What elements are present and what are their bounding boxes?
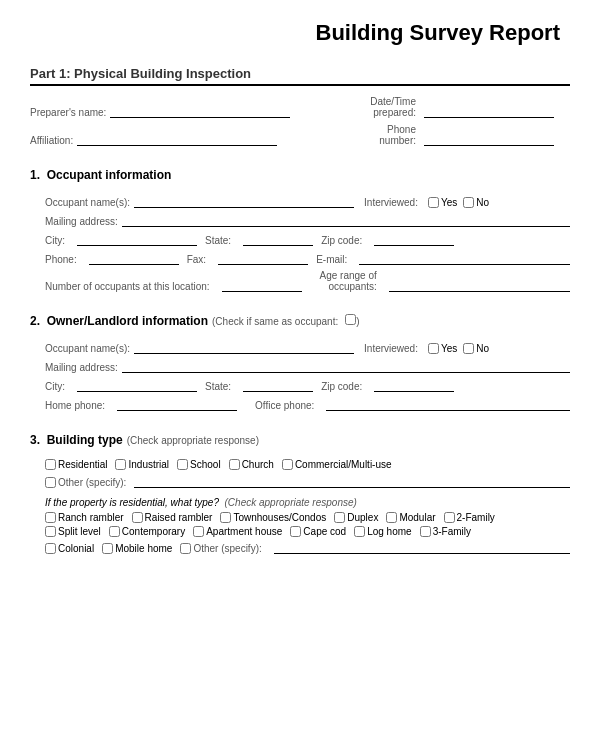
res-other[interactable]: Other (specify): xyxy=(180,543,265,554)
interviewed2-yes[interactable]: Yes xyxy=(428,343,457,354)
zip-code2-input[interactable] xyxy=(374,378,454,392)
res-duplex[interactable]: Duplex xyxy=(334,512,378,523)
res-split-level[interactable]: Split level xyxy=(45,526,101,537)
occupants-label: occupants: xyxy=(328,281,376,292)
type-school[interactable]: School xyxy=(177,459,221,470)
phone-label-top: Phone xyxy=(360,124,416,135)
part1-header: Part 1: Physical Building Inspection xyxy=(30,66,570,86)
mailing-address-label: Mailing address: xyxy=(45,216,118,227)
home-phone-input[interactable] xyxy=(117,397,237,411)
residential-types-row2: Split level Contemporary Apartment house… xyxy=(45,526,570,537)
section3-sub: (Check appropriate response) xyxy=(127,435,259,446)
if-residential-label: If the property is residential, what typ… xyxy=(45,497,361,508)
res-cape-cod[interactable]: Cape cod xyxy=(290,526,346,537)
preparers-name-input[interactable] xyxy=(110,104,290,118)
occupant-names2-label: Occupant name(s): xyxy=(45,343,130,354)
mailing-address2-label: Mailing address: xyxy=(45,362,118,373)
yes-label: Yes xyxy=(441,197,457,208)
type-commercial[interactable]: Commercial/Multi-use xyxy=(282,459,392,470)
building-types-row: Residential Industrial School Church Com… xyxy=(45,459,570,470)
affiliation-input[interactable] xyxy=(77,132,277,146)
page-title: Building Survey Report xyxy=(30,20,560,46)
res-raised-rambler[interactable]: Raised rambler xyxy=(132,512,213,523)
phone-field-label: Phone: xyxy=(45,254,77,265)
interviewed-label: Interviewed: xyxy=(364,197,418,208)
type-industrial[interactable]: Industrial xyxy=(115,459,169,470)
zip-code-input[interactable] xyxy=(374,232,454,246)
num-occupants-input[interactable] xyxy=(222,278,302,292)
fax-input[interactable] xyxy=(218,251,308,265)
res-other-specify-input[interactable] xyxy=(274,540,570,554)
occupant-names2-input[interactable] xyxy=(134,340,354,354)
section1-number: 1. xyxy=(30,168,47,182)
city-input[interactable] xyxy=(77,232,197,246)
num-occupants-label: Number of occupants at this location: xyxy=(45,281,210,292)
age-range-input[interactable] xyxy=(389,278,570,292)
zip-code2-label: Zip code: xyxy=(321,381,362,392)
mailing-address-input[interactable] xyxy=(122,213,570,227)
type-church[interactable]: Church xyxy=(229,459,274,470)
res-colonial[interactable]: Colonial xyxy=(45,543,94,554)
res-contemporary[interactable]: Contemporary xyxy=(109,526,185,537)
res-mobile-home[interactable]: Mobile home xyxy=(102,543,172,554)
office-phone-label: Office phone: xyxy=(255,400,314,411)
preparers-name-label: Preparer's name: xyxy=(30,107,106,118)
res-3family[interactable]: 3-Family xyxy=(420,526,471,537)
email-input[interactable] xyxy=(359,251,570,265)
email-label: E-mail: xyxy=(316,254,347,265)
affiliation-label: Affiliation: xyxy=(30,135,73,146)
res-2family[interactable]: 2-Family xyxy=(444,512,495,523)
state2-label: State: xyxy=(205,381,231,392)
occupant-names-input[interactable] xyxy=(134,194,354,208)
section1-title: Occupant information xyxy=(47,168,172,182)
office-phone-input[interactable] xyxy=(326,397,570,411)
yes2-label: Yes xyxy=(441,343,457,354)
prepared-label: prepared: xyxy=(360,107,416,118)
interviewed2-no[interactable]: No xyxy=(463,343,489,354)
state2-input[interactable] xyxy=(243,378,313,392)
res-modular[interactable]: Modular xyxy=(386,512,435,523)
occupant-names-label: Occupant name(s): xyxy=(45,197,130,208)
home-phone-label: Home phone: xyxy=(45,400,105,411)
state-input[interactable] xyxy=(243,232,313,246)
section2-sub: (Check if same as occupant: xyxy=(212,316,338,327)
fax-label: Fax: xyxy=(187,254,206,265)
date-time-label: Date/Time xyxy=(360,96,416,107)
residential-types-row1: Ranch rambler Raised rambler Townhouses/… xyxy=(45,512,570,523)
zip-code-label: Zip code: xyxy=(321,235,362,246)
phone-number-input[interactable] xyxy=(424,132,554,146)
interviewed-yes[interactable]: Yes xyxy=(428,197,457,208)
section3-number: 3. xyxy=(30,433,47,447)
phone-input[interactable] xyxy=(89,251,179,265)
number-label: number: xyxy=(360,135,416,146)
same-as-occupant-checkbox[interactable] xyxy=(345,314,356,325)
res-townhouses[interactable]: Townhouses/Condos xyxy=(220,512,326,523)
state-label: State: xyxy=(205,235,231,246)
no2-label: No xyxy=(476,343,489,354)
other-specify-input[interactable] xyxy=(134,474,570,488)
age-range-label: Age range of xyxy=(320,270,377,281)
city2-label: City: xyxy=(45,381,65,392)
city2-input[interactable] xyxy=(77,378,197,392)
type-other[interactable]: Other (specify): xyxy=(45,477,130,488)
type-residential[interactable]: Residential xyxy=(45,459,107,470)
res-log-home[interactable]: Log home xyxy=(354,526,411,537)
section2-title: Owner/Landlord information xyxy=(47,314,208,328)
interviewed-no[interactable]: No xyxy=(463,197,489,208)
date-time-input[interactable] xyxy=(424,104,554,118)
section3-title: Building type xyxy=(47,433,123,447)
no-label: No xyxy=(476,197,489,208)
section2-number: 2. xyxy=(30,314,47,328)
other-specify-label: Other (specify): xyxy=(58,477,126,488)
city-label: City: xyxy=(45,235,65,246)
mailing-address2-input[interactable] xyxy=(122,359,570,373)
res-apartment[interactable]: Apartment house xyxy=(193,526,282,537)
res-ranch-rambler[interactable]: Ranch rambler xyxy=(45,512,124,523)
interviewed2-label: Interviewed: xyxy=(364,343,418,354)
